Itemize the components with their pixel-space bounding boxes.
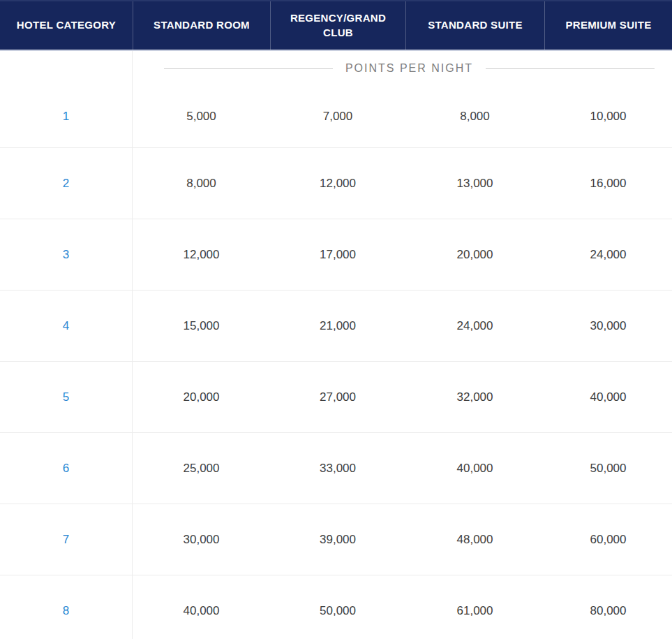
category-6-link[interactable]: 6 <box>63 462 69 476</box>
table-row-category-7: 7 30,000 39,000 48,000 60,000 <box>0 504 672 575</box>
category-5-link[interactable]: 5 <box>63 390 69 404</box>
table-row-category-5: 5 20,000 27,000 32,000 40,000 <box>0 362 672 433</box>
value-standard-room: 30,000 <box>133 504 270 575</box>
header-hotel-category-label: HOTEL CATEGORY <box>17 18 116 32</box>
value-standard-suite: 40,000 <box>405 433 544 504</box>
category-cell: 8 <box>0 575 133 639</box>
table-row-category-3: 3 12,000 17,000 20,000 24,000 <box>0 219 672 291</box>
header-standard-suite: STANDARD SUITE <box>405 1 544 50</box>
table-header-row: HOTEL CATEGORY STANDARD ROOM REGENCY/GRA… <box>0 0 672 51</box>
value-premium-suite: 16,000 <box>544 148 672 219</box>
value-standard-suite: 13,000 <box>405 148 544 219</box>
divider-line-right <box>486 68 655 69</box>
value-regency-grand-club: 21,000 <box>270 291 405 361</box>
category-cell: 1 <box>0 51 133 147</box>
points-per-night-divider: POINTS PER NIGHT <box>133 51 672 86</box>
value-regency-grand-club: 27,000 <box>270 362 405 432</box>
header-standard-room-label: STANDARD ROOM <box>154 18 250 32</box>
value-standard-suite: 61,000 <box>405 575 544 639</box>
header-regency-grand-club-label: REGENCY/GRAND CLUB <box>286 11 391 40</box>
category-4-link[interactable]: 4 <box>63 319 69 333</box>
category-1-link[interactable]: 1 <box>63 110 69 124</box>
value-regency-grand-club: 12,000 <box>270 148 405 219</box>
table-row-category-2: 2 8,000 12,000 13,000 16,000 <box>0 148 672 219</box>
category-cell: 4 <box>0 291 133 361</box>
category-8-link[interactable]: 8 <box>63 604 69 618</box>
category-cell: 2 <box>0 148 133 219</box>
header-premium-suite-label: PREMIUM SUITE <box>565 18 651 32</box>
points-per-night-label: POINTS PER NIGHT <box>333 62 486 75</box>
category-3-link[interactable]: 3 <box>63 248 69 262</box>
header-hotel-category: HOTEL CATEGORY <box>0 1 133 50</box>
table-row-category-8: 8 40,000 50,000 61,000 80,000 <box>0 575 672 639</box>
category-cell: 6 <box>0 433 133 504</box>
category-cell: 7 <box>0 504 133 575</box>
value-standard-suite: 24,000 <box>405 291 544 361</box>
value-regency-grand-club: 50,000 <box>270 575 405 639</box>
value-standard-room: 25,000 <box>133 433 270 504</box>
value-standard-room: 15,000 <box>133 291 270 361</box>
value-regency-grand-club: 33,000 <box>270 433 405 504</box>
table-row-category-1: 1 POINTS PER NIGHT 5,000 7,000 8,000 10,… <box>0 51 672 148</box>
value-premium-suite: 50,000 <box>544 433 672 504</box>
header-premium-suite: PREMIUM SUITE <box>544 1 672 50</box>
value-standard-room: 12,000 <box>133 219 270 290</box>
value-standard-room: 40,000 <box>133 575 270 639</box>
category-cell: 3 <box>0 219 133 290</box>
category-cell: 5 <box>0 362 133 432</box>
value-standard-suite: 48,000 <box>405 504 544 575</box>
value-row: 5,000 7,000 8,000 10,000 <box>133 86 672 147</box>
value-standard-suite: 20,000 <box>405 219 544 290</box>
category-7-link[interactable]: 7 <box>63 533 69 547</box>
value-premium-suite: 10,000 <box>544 86 672 147</box>
value-standard-suite: 32,000 <box>405 362 544 432</box>
category-2-link[interactable]: 2 <box>63 177 69 191</box>
points-award-chart: HOTEL CATEGORY STANDARD ROOM REGENCY/GRA… <box>0 0 672 639</box>
value-regency-grand-club: 7,000 <box>270 86 405 147</box>
divider-line-left <box>164 68 333 69</box>
row-right-region: POINTS PER NIGHT 5,000 7,000 8,000 10,00… <box>133 51 672 147</box>
value-standard-room: 20,000 <box>133 362 270 432</box>
value-regency-grand-club: 17,000 <box>270 219 405 290</box>
value-premium-suite: 30,000 <box>544 291 672 361</box>
value-standard-room: 8,000 <box>133 148 270 219</box>
value-premium-suite: 80,000 <box>544 575 672 639</box>
header-standard-suite-label: STANDARD SUITE <box>428 18 523 32</box>
value-premium-suite: 40,000 <box>544 362 672 432</box>
value-regency-grand-club: 39,000 <box>270 504 405 575</box>
header-standard-room: STANDARD ROOM <box>133 1 270 50</box>
value-standard-suite: 8,000 <box>405 86 544 147</box>
table-row-category-4: 4 15,000 21,000 24,000 30,000 <box>0 291 672 362</box>
value-standard-room: 5,000 <box>133 86 270 147</box>
value-premium-suite: 60,000 <box>544 504 672 575</box>
table-row-category-6: 6 25,000 33,000 40,000 50,000 <box>0 433 672 504</box>
value-premium-suite: 24,000 <box>544 219 672 290</box>
header-regency-grand-club: REGENCY/GRAND CLUB <box>270 1 405 50</box>
